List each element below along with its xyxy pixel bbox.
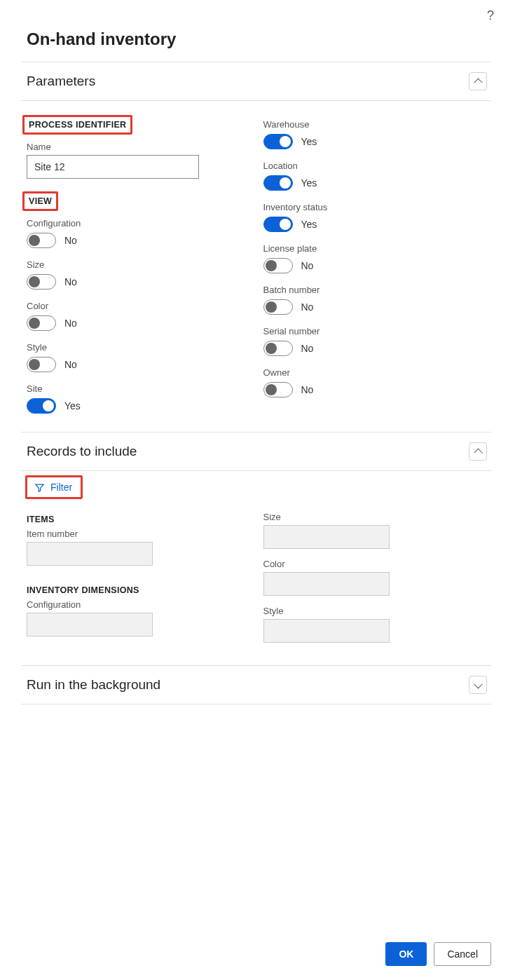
toggle-serial-number-text: No: [301, 343, 314, 354]
toggle-batch-number-text: No: [301, 301, 314, 313]
toggle-size-label: Size: [27, 259, 249, 270]
toggle-batch-number-label: Batch number: [263, 285, 486, 295]
toggle-knob: [266, 260, 277, 271]
toggle-knob: [280, 177, 291, 189]
configuration-field[interactable]: [27, 613, 153, 637]
toggle-knob: [29, 359, 40, 370]
toggle-configuration-text: No: [64, 235, 77, 246]
section-title-background: Run in the background: [27, 677, 160, 693]
toggle-license-plate-label: License plate: [263, 243, 486, 254]
group-items: ITEMS: [27, 515, 249, 524]
toggle-location-label: Location: [263, 161, 486, 171]
toggle-inventory-status-label: Inventory status: [263, 202, 486, 212]
style-field[interactable]: [263, 619, 390, 643]
toggle-serial-number-row: Serial numberNo: [263, 326, 486, 356]
filter-icon: [34, 482, 45, 493]
collapse-records-button[interactable]: [469, 442, 487, 461]
section-header-parameters[interactable]: Parameters: [21, 62, 491, 101]
toggle-style-label: Style: [27, 342, 249, 353]
toggle-inventory-status-text: Yes: [301, 219, 317, 230]
toggle-knob: [280, 136, 291, 147]
toggle-size-text: No: [64, 276, 77, 287]
filter-label: Filter: [50, 482, 72, 493]
section-header-records[interactable]: Records to include: [21, 432, 491, 471]
toggle-style-text: No: [64, 359, 77, 370]
toggle-license-plate-row: License plateNo: [263, 243, 486, 273]
color-field-label: Color: [263, 559, 486, 569]
group-inventory-dimensions: INVENTORY DIMENSIONS: [27, 585, 249, 595]
toggle-color[interactable]: [27, 315, 56, 331]
toggle-color-label: Color: [27, 301, 249, 311]
toggle-style[interactable]: [27, 357, 56, 372]
chevron-up-icon: [475, 79, 481, 85]
toggle-site-row: SiteYes: [27, 383, 249, 414]
toggle-license-plate-text: No: [301, 260, 314, 271]
group-process-identifier: PROCESS IDENTIFIER: [22, 115, 132, 135]
toggle-color-row: ColorNo: [27, 301, 249, 331]
toggle-knob: [29, 318, 40, 329]
toggle-configuration-row: ConfigurationNo: [27, 218, 249, 248]
toggle-site[interactable]: [27, 398, 56, 414]
size-field[interactable]: [263, 525, 390, 549]
toggle-batch-number-row: Batch numberNo: [263, 285, 486, 315]
toggle-location-row: LocationYes: [263, 161, 486, 191]
toggle-warehouse-row: WarehouseYes: [263, 119, 486, 149]
chevron-up-icon: [475, 449, 481, 455]
toggle-owner-text: No: [301, 384, 314, 395]
name-label: Name: [27, 142, 249, 152]
toggle-serial-number-label: Serial number: [263, 326, 486, 336]
chevron-down-icon: [475, 682, 481, 688]
toggle-inventory-status-row: Inventory statusYes: [263, 202, 486, 232]
ok-button[interactable]: OK: [385, 942, 427, 966]
toggle-owner-label: Owner: [263, 367, 486, 378]
toggle-style-row: StyleNo: [27, 342, 249, 372]
filter-button[interactable]: Filter: [27, 477, 81, 497]
toggle-site-text: Yes: [64, 400, 81, 411]
toggle-knob: [266, 301, 277, 313]
expand-background-button[interactable]: [469, 676, 487, 694]
toggle-location[interactable]: [263, 175, 293, 191]
toggle-color-text: No: [64, 318, 77, 329]
toggle-knob: [280, 219, 291, 230]
toggle-warehouse-label: Warehouse: [263, 119, 486, 130]
group-view: VIEW: [22, 191, 58, 211]
help-icon[interactable]: ?: [487, 8, 494, 23]
toggle-knob: [266, 343, 277, 354]
section-title-records: Records to include: [27, 444, 137, 459]
size-field-label: Size: [263, 512, 486, 522]
toggle-site-label: Site: [27, 383, 249, 394]
toggle-location-text: Yes: [301, 177, 317, 189]
toggle-warehouse-text: Yes: [301, 136, 317, 147]
section-header-background[interactable]: Run in the background: [21, 665, 491, 705]
toggle-knob: [29, 276, 40, 287]
toggle-configuration-label: Configuration: [27, 218, 249, 229]
style-field-label: Style: [263, 606, 486, 616]
toggle-size[interactable]: [27, 274, 56, 290]
color-field[interactable]: [263, 572, 390, 596]
toggle-owner-row: OwnerNo: [263, 367, 486, 397]
toggle-warehouse[interactable]: [263, 134, 293, 149]
toggle-size-row: SizeNo: [27, 259, 249, 290]
page-title: On-hand inventory: [27, 29, 491, 49]
toggle-knob: [29, 235, 40, 246]
toggle-serial-number[interactable]: [263, 341, 293, 356]
configuration-field-label: Configuration: [27, 599, 249, 610]
toggle-inventory-status[interactable]: [263, 217, 293, 232]
section-title-parameters: Parameters: [27, 74, 95, 89]
item-number-field[interactable]: [27, 542, 153, 566]
cancel-button[interactable]: Cancel: [434, 942, 491, 966]
item-number-field-label: Item number: [27, 529, 249, 539]
toggle-knob: [266, 384, 277, 395]
toggle-owner[interactable]: [263, 382, 293, 397]
toggle-batch-number[interactable]: [263, 299, 293, 315]
toggle-knob: [43, 400, 54, 411]
toggle-license-plate[interactable]: [263, 258, 293, 273]
toggle-configuration[interactable]: [27, 233, 56, 248]
name-input[interactable]: [27, 155, 199, 179]
collapse-parameters-button[interactable]: [469, 72, 487, 90]
